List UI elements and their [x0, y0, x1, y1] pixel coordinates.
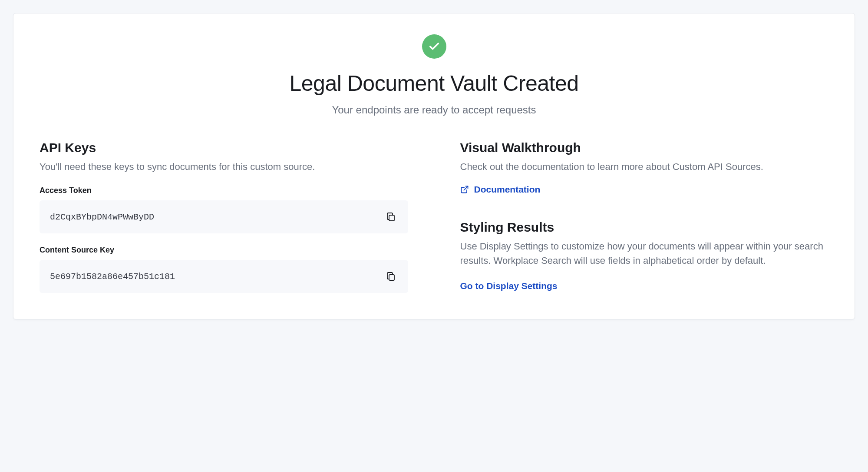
success-card: Legal Document Vault Created Your endpoi…: [13, 13, 855, 319]
external-link-icon: [460, 185, 469, 194]
content-columns: API Keys You'll need these keys to sync …: [40, 140, 828, 293]
page-title: Legal Document Vault Created: [40, 71, 828, 96]
copy-content-source-key-button[interactable]: [384, 269, 398, 283]
content-source-key-box: 5e697b1582a86e457b51c181: [40, 260, 408, 293]
access-token-label: Access Token: [40, 186, 408, 195]
display-settings-link[interactable]: Go to Display Settings: [460, 281, 558, 291]
info-column: Visual Walkthrough Check out the documen…: [460, 140, 829, 293]
api-keys-column: API Keys You'll need these keys to sync …: [40, 140, 408, 293]
documentation-link-label: Documentation: [474, 184, 541, 195]
copy-icon: [386, 271, 396, 282]
walkthrough-description: Check out the documentation to learn mor…: [460, 160, 829, 174]
copy-icon: [386, 212, 396, 222]
svg-rect-0: [389, 215, 394, 221]
styling-heading: Styling Results: [460, 220, 829, 235]
api-keys-heading: API Keys: [40, 140, 408, 155]
svg-rect-1: [389, 275, 394, 280]
success-check-icon: [422, 34, 446, 59]
walkthrough-heading: Visual Walkthrough: [460, 140, 829, 155]
styling-description: Use Display Settings to customize how yo…: [460, 239, 829, 268]
header-section: Legal Document Vault Created Your endpoi…: [40, 34, 828, 116]
access-token-box: d2CqxBYbpDN4wPWwByDD: [40, 200, 408, 233]
styling-section: Styling Results Use Display Settings to …: [460, 220, 829, 291]
documentation-link[interactable]: Documentation: [460, 184, 541, 195]
svg-line-2: [464, 186, 468, 190]
content-source-key-label: Content Source Key: [40, 246, 408, 255]
page-subtitle: Your endpoints are ready to accept reque…: [40, 104, 828, 116]
content-source-key-value: 5e697b1582a86e457b51c181: [50, 272, 175, 282]
access-token-value: d2CqxBYbpDN4wPWwByDD: [50, 212, 154, 222]
api-keys-description: You'll need these keys to sync documents…: [40, 160, 408, 174]
copy-access-token-button[interactable]: [384, 210, 398, 224]
